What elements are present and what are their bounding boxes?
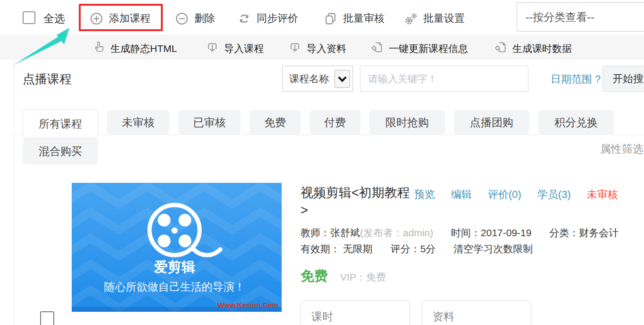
materials-panel-label: 资料 bbox=[433, 310, 454, 323]
clear-study-limit-link[interactable]: 清空学习次数限制 bbox=[453, 243, 533, 254]
import-materials-button[interactable]: 导入资料 bbox=[289, 41, 346, 56]
edit-link[interactable]: 编辑 bbox=[451, 188, 472, 202]
price-row: 免费 VIP：免费 bbox=[301, 267, 386, 286]
select-all-checkbox[interactable] bbox=[23, 11, 35, 24]
import-courses-button[interactable]: 导入课程 bbox=[206, 41, 264, 56]
tab-points-exchange[interactable]: 积分兑换 bbox=[538, 110, 614, 135]
add-course-button[interactable]: 添加课程 bbox=[90, 11, 151, 26]
main-toolbar: 全选 添加课程 删除 bbox=[0, 0, 644, 36]
sync-icon bbox=[238, 12, 251, 25]
tab-group-buy[interactable]: 点播团购 bbox=[454, 110, 529, 135]
course-validity: 有效期： 无限期 bbox=[301, 243, 373, 254]
sync-reviews-button[interactable]: 同步评价 bbox=[238, 11, 298, 26]
add-course-label: 添加课程 bbox=[109, 11, 151, 26]
materials-panel[interactable]: 资料 bbox=[422, 300, 531, 325]
minus-circle-icon bbox=[176, 12, 188, 25]
students-link[interactable]: 学员(3) bbox=[537, 188, 571, 202]
generate-lesson-data-button[interactable]: 生成课时数据 bbox=[494, 41, 572, 56]
select-all-label: 全选 bbox=[43, 11, 65, 26]
course-meta: 教师：张舒斌(发布者：admin) 时间：2017-09-19 分类：财务会计 … bbox=[301, 225, 644, 257]
import-icon bbox=[289, 41, 301, 56]
tab-unaudited[interactable]: 未审核 bbox=[107, 110, 169, 135]
tab-flash-sale[interactable]: 限时抢购 bbox=[369, 110, 445, 135]
batch-audit-label: 批量审核 bbox=[343, 11, 385, 26]
update-course-info-label: 一键更新课程信息 bbox=[389, 42, 468, 55]
secondary-toolbar: 生成静态HTML 导入课程 导入资料 bbox=[0, 36, 644, 59]
gears-icon bbox=[404, 12, 417, 25]
tab-paid[interactable]: 付费 bbox=[309, 110, 360, 135]
copy-pages-icon bbox=[324, 12, 337, 25]
course-action-links: 预览 编辑 评价(0) 学员(3) 未审核 bbox=[414, 188, 618, 202]
course-title[interactable]: 视频剪辑<初期教程> bbox=[301, 184, 416, 219]
import-icon bbox=[206, 41, 218, 56]
search-field-select[interactable]: 课程名称 bbox=[282, 66, 353, 92]
teacher-name: 张舒斌 bbox=[330, 227, 360, 238]
lessons-panel-label: 课时 bbox=[311, 310, 333, 323]
batch-settings-label: 批量设置 bbox=[423, 11, 465, 26]
thumbnail-brand-text: 爱剪辑 bbox=[154, 259, 196, 274]
batch-audit-button[interactable]: 批量审核 bbox=[324, 11, 385, 26]
thumbnail-slogan-text: 随心所欲做自己生活的导演！ bbox=[104, 281, 245, 293]
generate-static-html-label: 生成静态HTML bbox=[110, 42, 177, 55]
category-filter-select[interactable]: --按分类查看-- bbox=[517, 2, 644, 32]
course-admin-page: 全选 添加课程 删除 bbox=[0, 0, 644, 325]
teacher-label: 教师： bbox=[301, 227, 330, 238]
sync-reviews-label: 同步评价 bbox=[257, 11, 298, 26]
course-category: 分类：财务会计 bbox=[549, 227, 619, 238]
date-range-link[interactable]: 日期范围 ? bbox=[551, 72, 601, 86]
lessons-panel[interactable]: 课时 bbox=[301, 300, 410, 325]
reviews-link[interactable]: 评价(0) bbox=[488, 188, 521, 202]
plus-circle-icon bbox=[90, 12, 103, 25]
import-materials-label: 导入资料 bbox=[307, 42, 346, 55]
delete-label: 删除 bbox=[194, 11, 215, 26]
preview-link[interactable]: 预览 bbox=[414, 188, 435, 202]
status-badge[interactable]: 未审核 bbox=[587, 188, 618, 202]
generate-static-html-button[interactable]: 生成静态HTML bbox=[92, 41, 177, 56]
course-row-checkbox[interactable] bbox=[40, 311, 54, 325]
course-tabs: 所有课程 未审核 已审核 免费 付费 限时抢购 点播团购 积分兑换 bbox=[23, 109, 614, 138]
hand-pointer-icon bbox=[92, 41, 105, 56]
search-field-value: 课程名称 bbox=[289, 72, 329, 86]
import-courses-label: 导入课程 bbox=[224, 42, 264, 55]
tab-mixed-purchase[interactable]: 混合购买 bbox=[23, 138, 98, 164]
publisher-text: (发布者：admin) bbox=[360, 227, 433, 238]
delete-button[interactable]: 删除 bbox=[176, 11, 215, 26]
doc-refresh-icon bbox=[371, 41, 383, 56]
update-course-info-button[interactable]: 一键更新课程信息 bbox=[371, 41, 468, 56]
chevron-down-icon bbox=[335, 70, 350, 88]
course-thumbnail[interactable]: 爱剪辑 随心所欲做自己生活的导演！ Www.Kesion.Com bbox=[72, 183, 282, 312]
category-filter-value: --按分类查看-- bbox=[526, 11, 594, 23]
search-button[interactable]: 开始搜索 bbox=[602, 66, 644, 92]
generate-lesson-data-label: 生成课时数据 bbox=[512, 42, 572, 55]
page-title: 点播课程 bbox=[23, 71, 72, 87]
course-time: 时间：2017-09-19 bbox=[451, 227, 531, 238]
course-rating: 评分：5分 bbox=[391, 243, 436, 254]
keyword-input[interactable] bbox=[360, 66, 528, 92]
thumbnail-watermark-text: Www.Kesion.Com bbox=[217, 301, 278, 309]
tab-all-courses[interactable]: 所有课程 bbox=[23, 109, 98, 138]
price-label: 免费 bbox=[301, 267, 328, 286]
attribute-filter-label[interactable]: 属性筛选 bbox=[600, 142, 644, 156]
tab-audited[interactable]: 已审核 bbox=[178, 110, 241, 135]
tab-free[interactable]: 免费 bbox=[250, 110, 301, 135]
vip-price-label: VIP：免费 bbox=[340, 271, 386, 284]
batch-settings-button[interactable]: 批量设置 bbox=[404, 11, 465, 26]
doc-refresh-icon bbox=[494, 41, 507, 56]
